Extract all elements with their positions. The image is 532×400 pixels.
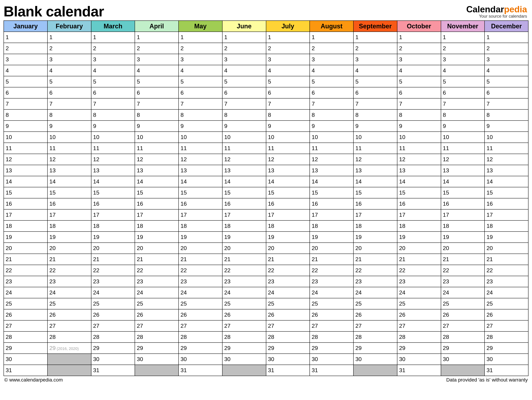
day-cell: 28 (135, 332, 178, 343)
day-cell: 12 (4, 154, 47, 165)
day-cell: 13 (310, 165, 354, 176)
day-cell: 23 (310, 276, 354, 287)
table-row: 101010101010101010101010 (4, 132, 528, 143)
day-cell: 5 (178, 76, 222, 87)
day-cell: 5 (4, 76, 47, 87)
day-cell: 19 (178, 232, 222, 243)
day-cell: 25 (441, 298, 485, 309)
day-cell: 8 (91, 109, 135, 121)
day-cell: 4 (354, 65, 397, 76)
day-cell: 28 (354, 332, 397, 343)
day-cell: 10 (222, 132, 266, 143)
day-cell: 13 (222, 165, 266, 176)
table-row: 161616161616161616161616 (4, 198, 528, 209)
day-cell: 27 (47, 320, 91, 332)
day-cell: 26 (135, 309, 178, 320)
day-cell: 4 (310, 65, 354, 76)
day-cell: 3 (354, 54, 397, 65)
day-cell: 1 (91, 32, 135, 43)
day-cell: 25 (47, 298, 91, 309)
day-cell: 31 (178, 365, 222, 376)
day-cell: 4 (178, 65, 222, 76)
day-cell: 30 (310, 354, 354, 365)
day-cell: 29 (135, 343, 178, 354)
day-cell: 6 (91, 87, 135, 98)
day-cell: 18 (397, 221, 441, 232)
calendar-body: 1111111111112222222222223333333333334444… (4, 32, 528, 376)
day-cell: 6 (397, 87, 441, 98)
day-cell: 11 (91, 143, 135, 154)
day-cell: 30 (397, 354, 441, 365)
day-cell: 20 (441, 243, 485, 254)
month-header: July (266, 21, 310, 32)
day-cell: 7 (135, 98, 178, 109)
day-cell: 24 (135, 287, 178, 298)
day-cell: 14 (178, 176, 222, 187)
day-cell: 14 (47, 176, 91, 187)
table-row: 31313131313131 (4, 365, 528, 376)
day-cell: 16 (222, 198, 266, 209)
day-cell: 8 (266, 109, 310, 121)
day-cell: 14 (91, 176, 135, 187)
day-cell: 23 (135, 276, 178, 287)
day-cell: 8 (310, 109, 354, 121)
day-cell: 27 (178, 320, 222, 332)
table-row: 666666666666 (4, 87, 528, 98)
month-header: February (47, 21, 91, 32)
day-cell: 10 (354, 132, 397, 143)
day-cell: 14 (354, 176, 397, 187)
day-cell: 12 (91, 154, 135, 165)
day-cell: 17 (354, 209, 397, 221)
day-cell: 26 (485, 309, 528, 320)
day-cell: 18 (135, 221, 178, 232)
day-cell: 20 (397, 243, 441, 254)
month-header: December (485, 21, 528, 32)
day-cell: 10 (310, 132, 354, 143)
day-cell: 7 (4, 98, 47, 109)
day-cell: 2 (135, 43, 178, 54)
day-cell: 9 (135, 121, 178, 132)
day-cell: 3 (222, 54, 266, 65)
day-cell: 31 (485, 365, 528, 376)
leap-day-note: (2016, 2020) (57, 346, 79, 351)
calendar-table: JanuaryFebruaryMarchAprilMayJuneJulyAugu… (4, 20, 528, 376)
day-cell: 11 (135, 143, 178, 154)
day-cell: 15 (441, 187, 485, 198)
day-cell: 2 (222, 43, 266, 54)
month-header: April (135, 21, 178, 32)
day-cell: 18 (91, 221, 135, 232)
day-cell: 2 (397, 43, 441, 54)
day-cell: 15 (91, 187, 135, 198)
day-cell: 16 (354, 198, 397, 209)
day-cell: 24 (485, 287, 528, 298)
day-cell: 30 (354, 354, 397, 365)
day-cell: 6 (135, 87, 178, 98)
day-cell: 13 (135, 165, 178, 176)
day-cell: 5 (135, 76, 178, 87)
day-cell: 12 (354, 154, 397, 165)
table-row: 2929(2016, 2020)29292929292929292929 (4, 343, 528, 354)
day-cell: 3 (441, 54, 485, 65)
day-cell: 9 (178, 121, 222, 132)
day-cell: 27 (354, 320, 397, 332)
day-cell: 19 (397, 232, 441, 243)
day-cell: 13 (266, 165, 310, 176)
day-cell: 28 (4, 332, 47, 343)
day-cell: 5 (397, 76, 441, 87)
day-cell: 7 (91, 98, 135, 109)
day-cell: 2 (441, 43, 485, 54)
day-cell: 21 (222, 254, 266, 265)
day-cell: 10 (4, 132, 47, 143)
day-cell: 16 (397, 198, 441, 209)
day-cell: 15 (135, 187, 178, 198)
day-cell: 19 (310, 232, 354, 243)
day-cell: 2 (4, 43, 47, 54)
day-cell: 20 (354, 243, 397, 254)
day-cell: 25 (485, 298, 528, 309)
day-cell: 17 (222, 209, 266, 221)
day-cell: 31 (91, 365, 135, 376)
day-cell: 9 (397, 121, 441, 132)
day-cell: 6 (47, 87, 91, 98)
disabled-day-cell (135, 365, 178, 376)
brand-name: Calendarpedia (466, 4, 527, 14)
